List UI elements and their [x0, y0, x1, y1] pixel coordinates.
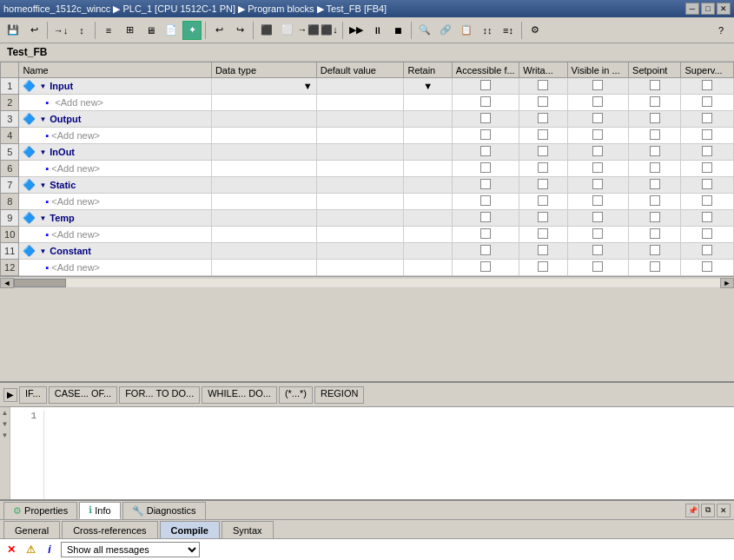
writ-checkbox2[interactable] — [538, 96, 548, 107]
tab-info[interactable]: ℹ Info — [79, 502, 120, 519]
sup-checkbox[interactable] — [702, 80, 712, 90]
region-button[interactable]: REGION — [314, 386, 364, 404]
writ-checkbox[interactable] — [538, 80, 548, 90]
if-button[interactable]: IF... — [19, 386, 47, 404]
toolbar-btn13[interactable]: →⬛ — [299, 21, 318, 40]
section-constant[interactable]: 🔷 ▼ Constant — [19, 243, 212, 260]
while-button[interactable]: WHILE... DO... — [202, 386, 277, 404]
info-tab-label: Info — [95, 505, 110, 516]
toolbar-btn19[interactable]: 🔗 — [436, 21, 455, 40]
dropdown-icon[interactable]: ▼ — [303, 81, 313, 91]
scroll-thumb[interactable] — [14, 279, 66, 287]
section-icon-inout: 🔷 — [23, 146, 36, 158]
toolbar-btn3[interactable]: ↕ — [72, 21, 91, 40]
main-area: Test_FB Name Data type Default value Ret… — [0, 43, 734, 560]
float-button[interactable]: ⧉ — [701, 504, 715, 517]
toolbar-btn21[interactable]: ↕↕ — [478, 21, 497, 40]
dv-cell — [316, 78, 404, 95]
for-button[interactable]: FOR... TO DO... — [119, 386, 200, 404]
toolbar-btn6[interactable]: 🖥 — [141, 21, 160, 40]
col-name: Name — [19, 63, 212, 78]
toolbar-btn15[interactable]: ▶▶ — [347, 21, 366, 40]
h-scrollbar[interactable]: ◄ ► — [0, 276, 734, 288]
addnew-cell4[interactable]: ▪ <Add new> — [19, 128, 212, 144]
diagnostics-tab-label: Diagnostics — [147, 505, 196, 516]
subtab-syntax[interactable]: Syntax — [222, 521, 274, 538]
toolbar-btn23[interactable]: ⚙ — [526, 21, 545, 40]
comment-button[interactable]: (*...*) — [279, 386, 313, 404]
toolbar-btn2[interactable]: →↓ — [51, 21, 70, 40]
bottom-panel: ⚙ Properties ℹ Info 🔧 Diagnostics 📌 ⧉ ✕ … — [0, 499, 734, 560]
pin-button[interactable]: 📌 — [685, 504, 699, 517]
scroll-left[interactable]: ◄ — [0, 278, 14, 288]
subtab-compile[interactable]: Compile — [160, 521, 220, 538]
messages-dropdown[interactable]: Show all messages — [61, 542, 200, 557]
static-label: Static — [50, 180, 76, 190]
tab-diagnostics[interactable]: 🔧 Diagnostics — [122, 502, 206, 519]
variable-table: Name Data type Default value Retain Acce… — [0, 62, 734, 276]
close-button[interactable]: ✕ — [717, 3, 731, 15]
close-panel-button[interactable]: ✕ — [717, 504, 731, 517]
toolbar-btn5[interactable]: ⊞ — [120, 21, 139, 40]
toolbar-btn9[interactable]: ↩ — [209, 21, 228, 40]
vis-cell2 — [567, 95, 628, 111]
case-button[interactable]: CASE... OF... — [49, 386, 117, 404]
subtab-general[interactable]: General — [3, 521, 60, 538]
section-name-cell[interactable]: 🔷 ▼ Output — [19, 111, 212, 128]
diagnostics-icon: 🔧 — [132, 505, 144, 517]
general-subtab-label: General — [15, 525, 49, 536]
toolbar-btn11[interactable]: ⬛ — [257, 21, 276, 40]
sup-checkbox2[interactable] — [702, 96, 712, 107]
sub-tabs-bar: General Cross-references Compile Syntax — [0, 520, 734, 539]
toolbar-btn20[interactable]: 📋 — [457, 21, 476, 40]
toolbar-sep-4 — [253, 22, 254, 39]
toolbar-btn16[interactable]: ⏸ — [367, 21, 387, 40]
set-cell3 — [629, 111, 681, 128]
toolbar-btn7[interactable]: 📄 — [162, 21, 181, 40]
dv-cell3 — [316, 111, 404, 128]
row-num: 8 — [1, 194, 19, 210]
toolbar-btn12[interactable]: ⬜ — [278, 21, 297, 40]
writ-cell — [519, 78, 567, 95]
section-static[interactable]: 🔷 ▼ Static — [19, 177, 212, 194]
window-controls[interactable]: ─ □ ✕ — [685, 3, 731, 15]
retain-cell: ▼ — [404, 78, 452, 95]
vis-checkbox2[interactable] — [592, 96, 603, 107]
toolbar-btn17[interactable]: ⏹ — [388, 21, 407, 40]
scroll-right[interactable]: ► — [720, 278, 734, 288]
section-inout[interactable]: 🔷 ▼ InOut — [19, 144, 212, 161]
row-num: 4 — [1, 128, 19, 144]
toolbar-btn14[interactable]: ⬛↓ — [320, 21, 339, 40]
properties-tab-label: Properties — [24, 505, 68, 516]
dropdown-retain[interactable]: ▼ — [423, 81, 433, 91]
expand-left-btn[interactable]: ▶ — [3, 388, 17, 402]
toolbar-btn4[interactable]: ≡ — [99, 21, 118, 40]
writ-cell2 — [519, 95, 567, 111]
section-temp[interactable]: 🔷 ▼ Temp — [19, 210, 212, 227]
expand-input[interactable]: ▼ — [39, 82, 46, 90]
set-checkbox2[interactable] — [650, 96, 660, 107]
maximize-button[interactable]: □ — [701, 3, 715, 15]
info-icon: ℹ — [89, 504, 92, 516]
addnew-cell[interactable]: ▪ <Add new> — [19, 95, 212, 111]
minimize-button[interactable]: ─ — [685, 3, 699, 15]
set-checkbox[interactable] — [650, 80, 660, 90]
vis-checkbox[interactable] — [592, 80, 603, 90]
toolbar-help[interactable]: ? — [711, 21, 731, 40]
toolbar-btn10[interactable]: ↪ — [230, 21, 249, 40]
toolbar-btn22[interactable]: ≡↕ — [499, 21, 518, 40]
tab-properties[interactable]: ⚙ Properties — [3, 502, 77, 519]
toolbar-save[interactable]: 💾 — [3, 21, 23, 40]
acc-checkbox2[interactable] — [480, 96, 491, 107]
expand-output[interactable]: ▼ — [39, 115, 46, 123]
toolbar-undo[interactable]: ↩ — [24, 21, 43, 40]
row-num: 6 — [1, 161, 19, 177]
acc-checkbox[interactable] — [480, 80, 491, 90]
section-icon-temp: 🔷 — [23, 212, 36, 224]
subtab-crossref[interactable]: Cross-references — [62, 521, 157, 538]
dt-cell2 — [211, 95, 316, 111]
toolbar-btn8[interactable]: ✦ — [182, 21, 202, 40]
section-name-cell[interactable]: 🔷 ▼ Input — [19, 78, 212, 95]
table-row: 11 🔷 ▼ Constant — [1, 243, 734, 260]
toolbar-btn18[interactable]: 🔍 — [415, 21, 434, 40]
